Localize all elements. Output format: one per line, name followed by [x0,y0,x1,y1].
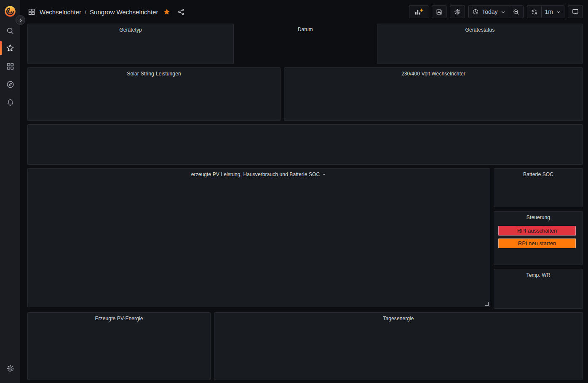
sidebar [0,0,20,383]
dashboard-toolbar: Today [409,5,583,18]
gear-icon [6,364,15,373]
monitor-icon [572,8,579,16]
panel-untitled [27,124,583,165]
panel-title[interactable]: Tagesenergie [214,313,583,324]
panel-tagesenergie: Tagesenergie [214,312,583,380]
sidebar-item-alerting[interactable] [0,95,20,110]
panel-title[interactable]: Gerätestatus [377,24,583,36]
panel-230-400-volt-wechselrichter: 230/400 Volt Wechselrichter [284,67,583,121]
panel-batterie-soc: Batterie SOC [494,168,583,207]
share-button[interactable] [176,6,187,17]
time-picker-group: Today [468,5,523,18]
panel-datum: Datum [237,24,374,64]
refresh-interval-picker[interactable]: 1m [542,5,564,18]
clock-icon [472,8,479,15]
panel-solar-string-leistungen: Solar-String-Leistungen [27,67,281,121]
panel-resize-handle[interactable] [485,302,489,306]
panel-geraetetyp: Gerätetyp [27,24,234,64]
kiosk-mode-button[interactable] [568,5,583,18]
panel-steuerung: Steuerung RPI ausschalten RPI neu starte… [494,211,583,265]
apps-grid-icon [6,62,15,71]
star-icon [5,43,15,53]
bell-icon [6,98,15,107]
breadcrumb: Wechselrichter / Sungrow Wechselrichter [40,8,158,16]
panel-pv-leistung-hausverbrauch-soc: erzeugte PV Leistung, Hausverbrauch und … [27,168,490,307]
favorite-star-button[interactable] [161,6,172,17]
breadcrumb-parent-link[interactable]: Wechselrichter [40,8,81,16]
search-icon [6,27,15,35]
sidebar-item-explore[interactable] [0,77,20,92]
caret-down-icon [501,10,505,14]
add-panel-icon [414,8,423,16]
save-dashboard-button[interactable] [432,5,446,18]
panel-title[interactable]: Steuerung [494,212,583,223]
breadcrumb-separator: / [85,8,86,16]
panel-title[interactable]: Solar-String-Leistungen [28,68,280,80]
dashboard-settings-button[interactable] [450,5,465,18]
refresh-button[interactable] [527,5,542,18]
panel-geraetestatus: Gerätestatus [377,24,583,64]
refresh-icon [531,8,538,16]
sidebar-item-starred[interactable] [0,40,20,56]
sidebar-item-admin-settings[interactable] [0,361,20,376]
expand-sidebar-button[interactable] [16,15,25,25]
rpi-shutdown-button[interactable]: RPI ausschalten [498,226,576,236]
refresh-group: 1m [527,5,564,18]
panel-erzeugte-pv-energie: Erzeugte PV-Energie [27,312,211,380]
save-icon [436,8,443,16]
panel-title[interactable] [28,125,583,137]
compass-icon [6,80,15,89]
panel-title[interactable]: Datum [237,24,374,35]
zoom-out-time-button[interactable] [509,5,524,18]
chevron-right-icon [18,18,23,23]
panel-title-text: erzeugte PV Leistung, Hausverbrauch und … [191,169,320,180]
top-navbar: Wechselrichter / Sungrow Wechselrichter [20,0,588,24]
rpi-restart-button[interactable]: RPI neu starten [498,238,576,248]
favorite-star-icon [163,8,171,16]
sidebar-item-dashboards[interactable] [0,59,20,74]
panel-title[interactable]: erzeugte PV Leistung, Hausverbrauch und … [28,169,490,180]
time-range-label: Today [482,8,497,15]
panel-title[interactable]: 230/400 Volt Wechselrichter [284,68,583,80]
breadcrumb-current: Sungrow Wechselrichter [90,8,158,16]
caret-down-icon [556,10,561,14]
active-section-indicator [0,41,2,55]
share-icon [177,8,185,16]
add-panel-button[interactable] [409,5,428,18]
settings-gear-icon [454,8,461,16]
panel-title[interactable]: Batterie SOC [494,169,583,180]
grafana-logo[interactable] [4,5,16,18]
panel-title[interactable]: Erzeugte PV-Energie [28,313,210,324]
panel-temp-wr: Temp. WR [494,269,583,309]
panel-menu-caret-icon[interactable] [321,172,326,177]
time-range-picker[interactable]: Today [468,5,509,18]
panel-title[interactable]: Temp. WR [494,269,583,281]
refresh-interval-label: 1m [545,8,553,15]
panel-title[interactable]: Gerätetyp [28,24,233,36]
sidebar-item-search[interactable] [0,23,20,38]
zoom-out-icon [513,8,520,16]
dashboards-grid-icon [28,8,35,16]
